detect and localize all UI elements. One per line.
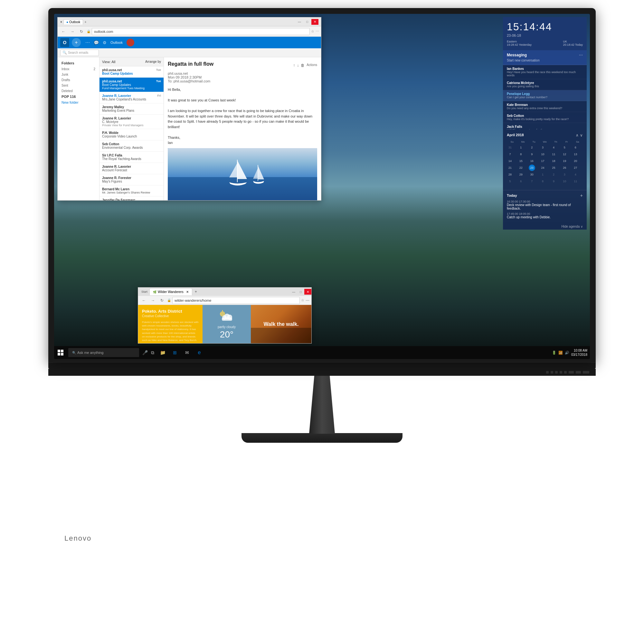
browser-window-2[interactable]: Start 🌿 Wilder Wanderers ✕ + — □ ✕ (138, 287, 312, 344)
close-tab-icon[interactable]: ✕ (186, 290, 189, 294)
cal-day-22[interactable]: 22 (518, 165, 524, 171)
reply-down-icon[interactable]: ↓ (297, 63, 299, 68)
folder-inbox[interactable]: Inbox2 (58, 66, 99, 72)
cal-day-1[interactable]: 1 (518, 144, 524, 151)
microphone-icon[interactable]: 🎤 (140, 350, 150, 355)
msg-3[interactable]: Penelope Legg Can I get your contact num… (503, 90, 587, 101)
cal-day-30[interactable]: 30 (529, 171, 535, 178)
cal-day-next-7[interactable]: 7 (529, 178, 535, 185)
new-tab-btn-2[interactable]: + (194, 289, 198, 294)
more-icon[interactable]: ⋯ (316, 29, 319, 33)
new-email-button[interactable]: + (72, 38, 81, 47)
settings-icon[interactable]: ⚙ (103, 40, 107, 45)
refresh-btn-2[interactable]: ↻ (158, 297, 166, 304)
cal-day-next-3[interactable]: 3 (561, 171, 568, 178)
cal-day-6[interactable]: 6 (572, 144, 579, 151)
task-view-icon[interactable]: ⧉ (150, 350, 156, 355)
msg-4[interactable]: Kate Brennan Do you need any extra crew … (503, 101, 587, 112)
email-item-11[interactable]: Bernard Mc Laren Mr. James Salanger's Sh… (99, 185, 164, 196)
minimize-button[interactable]: — (296, 19, 303, 25)
search-bar[interactable]: 🔍 Ask me anything (68, 348, 139, 357)
new-tab-btn[interactable]: + (84, 20, 86, 24)
msg-1[interactable]: Ian Bankes Hey! Have you heard the race … (503, 65, 587, 79)
email-item-8[interactable]: Sir I.P.C Falla The Royal Yachting Award… (99, 152, 164, 163)
new-conversation-btn[interactable]: Start new conversation (507, 59, 583, 62)
start-button[interactable] (54, 346, 67, 359)
more-icon-2[interactable]: ⋯ (306, 298, 309, 303)
cal-day-2[interactable]: 2 (529, 144, 535, 151)
email-item-4[interactable]: Jeremy Malley Marketing Event Plans (99, 103, 164, 115)
mail-icon[interactable]: ✉ (181, 346, 193, 359)
add-event-btn[interactable]: + (580, 193, 583, 198)
back-btn-2[interactable]: ← (140, 297, 148, 304)
refresh-button[interactable]: ↻ (78, 28, 85, 35)
folder-new[interactable]: New folder (58, 99, 99, 105)
cal-day-28[interactable]: 28 (507, 171, 513, 178)
cal-day-next-8[interactable]: 8 (540, 178, 546, 185)
folder-sent[interactable]: Sent (58, 83, 99, 88)
cal-day-16[interactable]: 16 (529, 158, 535, 164)
email-item-6[interactable]: P.H. Wolde Corporate Video Launch (99, 129, 164, 140)
edge-icon[interactable]: e (194, 346, 205, 359)
calendar-next[interactable]: ∨ (580, 133, 583, 137)
hide-agenda-btn[interactable]: Hide agenda ∨ (503, 223, 587, 230)
chat-icon[interactable]: 💬 (94, 40, 99, 45)
cal-day-18[interactable]: 18 (550, 158, 557, 164)
forward-btn-2[interactable]: → (149, 297, 157, 304)
messaging-dots[interactable]: ⋯ (579, 53, 583, 57)
browser-tab-active-2[interactable]: 🌿 Wilder Wanderers ✕ (149, 288, 192, 295)
file-explorer-icon[interactable]: 📁 (157, 346, 168, 359)
folder-pop116[interactable]: POP 116 (58, 94, 99, 99)
cal-day-25[interactable]: 25 (550, 165, 557, 171)
email-item-1[interactable]: phil.uusa.net Tue Boot Camp Updates (99, 66, 164, 78)
email-item-9[interactable]: Joanne R. Lavorier Account Forecast (99, 163, 164, 174)
folder-deleted[interactable]: Deleted (58, 88, 99, 94)
outlook-tab-active[interactable]: ● Outlook (63, 19, 83, 24)
cal-day-27[interactable]: 27 (572, 165, 579, 171)
cal-day-31[interactable]: 31 (507, 144, 513, 151)
email-item-10[interactable]: Joanne R. Forester May's Figures (99, 174, 164, 185)
cal-day-next-5[interactable]: 5 (507, 178, 513, 185)
maximize-button[interactable]: □ (304, 19, 311, 25)
email-item-12[interactable]: Jennifer De Saurmarc 2016 Figures: Zuric… (99, 196, 164, 200)
cal-day-next-10[interactable]: 10 (561, 178, 568, 185)
ribbon-dots[interactable]: ⋯ (85, 40, 90, 45)
cal-day-9[interactable]: 9 (529, 151, 535, 157)
cal-day-14[interactable]: 14 (507, 158, 513, 164)
address-input[interactable] (92, 28, 310, 35)
cal-day-next-11[interactable]: 11 (572, 178, 579, 185)
msg-2[interactable]: Catriona McIntyre Are you going sailing … (503, 79, 587, 90)
cal-day-12[interactable]: 12 (561, 151, 568, 157)
cal-day-17[interactable]: 17 (540, 158, 546, 164)
close-btn-2[interactable]: ✕ (304, 289, 311, 295)
email-item-2[interactable]: phil.uusa.net Tue Boot Camp Updates Fund… (99, 78, 164, 92)
cal-day-next-9[interactable]: 9 (550, 178, 557, 185)
back-button[interactable]: ← (60, 28, 67, 35)
calendar-prev[interactable]: ∧ (576, 133, 579, 137)
cal-day-15[interactable]: 15 (518, 158, 524, 164)
cal-day-19[interactable]: 19 (561, 158, 568, 164)
forward-button[interactable]: → (69, 28, 76, 35)
cal-day-20[interactable]: 20 (572, 158, 579, 164)
email-item-3[interactable]: Joanne R. Lavorier Fri Mrs.Jane Copeland… (99, 92, 164, 103)
reply-up-icon[interactable]: ↑ (293, 63, 295, 68)
cal-day-next-6[interactable]: 6 (518, 178, 524, 185)
cal-day-23[interactable]: 23 (529, 165, 535, 171)
outlook-window[interactable]: ● ● Outlook + — □ ✕ ← → ↻ (57, 17, 321, 201)
folder-junk[interactable]: Junk (58, 72, 99, 77)
cal-day-24[interactable]: 24 (540, 165, 546, 171)
cal-day-next-1[interactable]: 1 (540, 171, 546, 178)
cal-day-26[interactable]: 26 (561, 165, 568, 171)
cal-day-5[interactable]: 5 (561, 144, 568, 151)
cal-day-next-4[interactable]: 4 (572, 171, 579, 178)
cal-day-29[interactable]: 29 (518, 171, 524, 178)
cal-day-10[interactable]: 10 (540, 151, 546, 157)
close-button[interactable]: ✕ (311, 19, 318, 25)
cal-day-4[interactable]: 4 (550, 144, 557, 151)
email-item-5[interactable]: Joanne R. Lavorier C. Mcintyre Private V… (99, 115, 164, 129)
cal-day-11[interactable]: 11 (550, 151, 557, 157)
email-search-box[interactable]: 🔍 Search emails (60, 50, 99, 56)
cal-day-13[interactable]: 13 (572, 151, 579, 157)
delete-icon[interactable]: 🗑 (301, 63, 305, 68)
address-input-2[interactable] (172, 297, 300, 304)
